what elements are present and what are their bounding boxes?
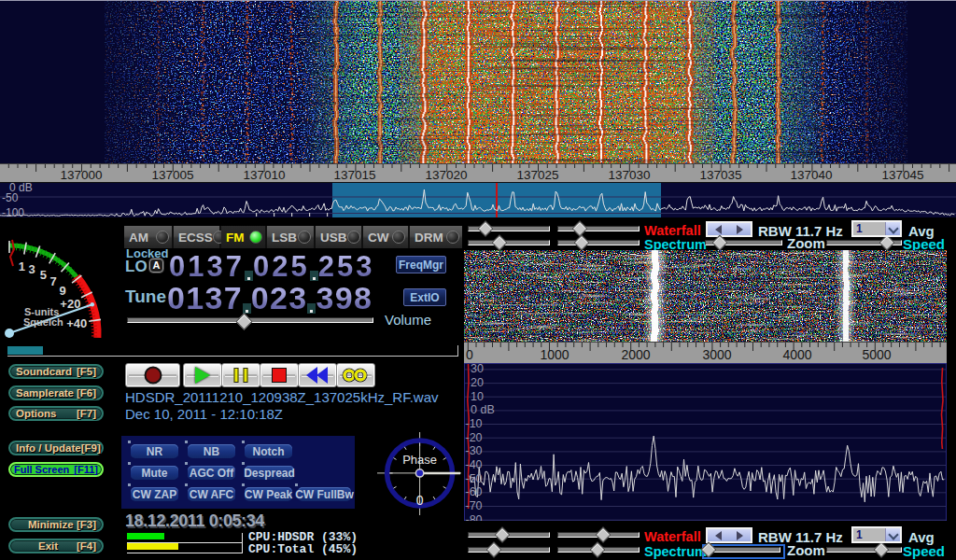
svg-text:137005: 137005: [151, 168, 193, 182]
svg-text:137035: 137035: [699, 168, 741, 182]
svg-text:137040: 137040: [790, 168, 832, 182]
svg-text:0: 0: [416, 493, 424, 508]
svg-text:137030: 137030: [608, 168, 650, 182]
svg-text:+40: +40: [66, 316, 87, 330]
svg-text:-70: -70: [466, 499, 483, 512]
svg-text:-10: -10: [466, 417, 483, 430]
svg-text:-50: -50: [466, 472, 483, 485]
svg-text:3000: 3000: [702, 347, 731, 362]
svg-text:-20: -20: [466, 431, 483, 444]
svg-text:Squelch: Squelch: [23, 316, 63, 328]
svg-text:-40: -40: [466, 458, 483, 471]
svg-text:-80: -80: [466, 513, 483, 521]
svg-text:137045: 137045: [881, 168, 923, 182]
svg-text:5: 5: [40, 268, 47, 282]
svg-text:10: 10: [471, 390, 484, 403]
svg-text:5000: 5000: [862, 347, 891, 362]
svg-text:-60: -60: [466, 485, 483, 498]
svg-text:1: 1: [19, 259, 25, 273]
svg-text:0 dB: 0 dB: [471, 403, 495, 416]
svg-text:+20: +20: [60, 297, 80, 311]
svg-text:7: 7: [49, 274, 56, 288]
svg-text:4000: 4000: [782, 347, 811, 362]
svg-text:Phase: Phase: [402, 453, 437, 467]
svg-text:20: 20: [471, 376, 484, 389]
svg-text:137020: 137020: [425, 168, 467, 182]
svg-text:3: 3: [28, 262, 35, 276]
svg-text:-50: -50: [2, 191, 19, 204]
svg-text:137025: 137025: [516, 168, 558, 182]
svg-text:2000: 2000: [621, 347, 650, 362]
svg-text:1000: 1000: [540, 347, 569, 362]
svg-text:-100: -100: [2, 206, 24, 217]
svg-text:137010: 137010: [243, 168, 285, 182]
svg-text:137015: 137015: [333, 168, 375, 182]
svg-text:0: 0: [466, 347, 473, 362]
svg-text:30: 30: [471, 363, 484, 375]
svg-text:-30: -30: [466, 444, 483, 457]
svg-text:137000: 137000: [60, 168, 102, 182]
